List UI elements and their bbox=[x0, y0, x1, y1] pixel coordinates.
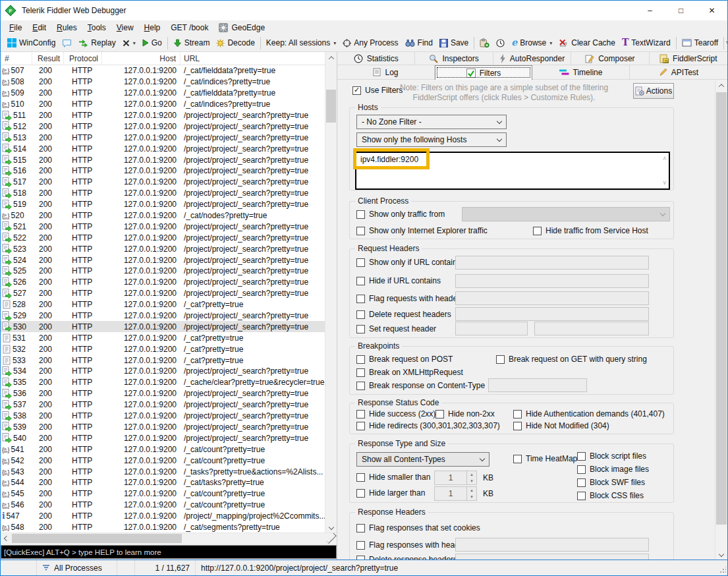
column-header-result[interactable]: Result bbox=[32, 52, 64, 65]
winconfig-button[interactable]: WinConfig bbox=[4, 37, 59, 49]
delete-response-headers-checkbox[interactable] bbox=[356, 556, 365, 560]
scroll-up-arrow[interactable] bbox=[325, 52, 337, 63]
delete-request-headers-checkbox[interactable] bbox=[356, 310, 365, 319]
scroll-right-arrow[interactable] bbox=[325, 533, 337, 544]
session-row-537[interactable]: 537200HTTP127.0.0.1:9200/project/project… bbox=[1, 399, 325, 411]
zone-filter-select[interactable]: - No Zone Filter - bbox=[356, 115, 507, 129]
delete-response-headers-input[interactable] bbox=[455, 554, 649, 560]
session-row-513[interactable]: 513200HTTP127.0.0.1:9200/project/project… bbox=[1, 132, 325, 143]
session-row-541[interactable]: {json}541200HTTP127.0.0.1:9200/_cat/coun… bbox=[1, 444, 325, 455]
screenshot-button[interactable] bbox=[476, 37, 493, 49]
tab-statistics[interactable]: Statistics bbox=[337, 52, 415, 65]
hide-larger-spinner[interactable]: 1 ▲▼ bbox=[434, 486, 477, 501]
save-button[interactable]: Save bbox=[436, 37, 472, 49]
session-row-522[interactable]: 522200HTTP127.0.0.1:9200/project/project… bbox=[1, 232, 325, 243]
session-row-532[interactable]: 532200HTTP127.0.0.1:9200/_cat?pretty=tru… bbox=[1, 343, 325, 355]
scroll-thumb[interactable] bbox=[12, 534, 182, 543]
hide-smaller-spinner[interactable]: 1 ▲▼ bbox=[434, 471, 477, 485]
close-button[interactable]: ✕ bbox=[696, 1, 727, 20]
flag-set-cookies-checkbox[interactable] bbox=[356, 524, 365, 533]
session-row-514[interactable]: 514200HTTP127.0.0.1:9200/project/project… bbox=[1, 143, 325, 154]
hide-service-host-checkbox[interactable] bbox=[533, 227, 542, 235]
time-heatmap-checkbox[interactable] bbox=[513, 455, 522, 463]
session-row-543[interactable]: {json}543200HTTP127.0.0.1:9200/_tasks?pr… bbox=[1, 466, 325, 477]
hide-success-checkbox[interactable] bbox=[356, 410, 365, 418]
any-process-button[interactable]: Any Process bbox=[339, 37, 401, 49]
scroll-down-arrow[interactable] bbox=[715, 548, 727, 560]
session-row-511[interactable]: 511200HTTP127.0.0.1:9200/project/project… bbox=[1, 110, 325, 121]
session-row-531[interactable]: 531200HTTP127.0.0.1:9200/_cat?pretty=tru… bbox=[1, 332, 325, 343]
tearoff-button[interactable]: Tearoff bbox=[679, 37, 721, 49]
session-row-545[interactable]: {json}545200HTTP127.0.0.1:9200/_cat/coun… bbox=[1, 488, 325, 500]
content-types-select[interactable]: Show all Content-Types bbox=[356, 452, 490, 467]
tab-inspectors[interactable]: Inspectors bbox=[415, 52, 493, 65]
tab-filters[interactable]: Filters bbox=[435, 65, 532, 80]
scroll-left-arrow[interactable] bbox=[1, 533, 12, 544]
session-row-547[interactable]: i547200HTTP127.0.0.1:9200/project/_mappi… bbox=[1, 511, 325, 522]
scroll-down-arrow[interactable] bbox=[325, 521, 337, 533]
hide-smaller-checkbox[interactable] bbox=[356, 473, 365, 482]
scroll-thumb[interactable] bbox=[326, 90, 336, 123]
spin-up-icon[interactable]: ▲ bbox=[467, 487, 476, 494]
session-row-525[interactable]: 525200HTTP127.0.0.1:9200/project/project… bbox=[1, 266, 325, 277]
session-row-521[interactable]: 521200HTTP127.0.0.1:9200/project/project… bbox=[1, 221, 325, 232]
menu-view[interactable]: View bbox=[111, 20, 139, 34]
session-row-518[interactable]: 518200HTTP127.0.0.1:9200/project/project… bbox=[1, 188, 325, 199]
go-button[interactable]: Go bbox=[139, 37, 165, 49]
quickexec-input[interactable]: [QuickExec] ALT+Q > type HELP to learn m… bbox=[1, 545, 337, 559]
set-request-header-value-input[interactable] bbox=[534, 322, 649, 335]
menu-rules[interactable]: Rules bbox=[51, 20, 82, 34]
spin-down-icon[interactable]: ▼ bbox=[467, 494, 476, 500]
hide-redirects-checkbox[interactable] bbox=[356, 422, 365, 430]
block-script-checkbox[interactable] bbox=[577, 452, 586, 461]
show-only-url-contains-input[interactable] bbox=[455, 256, 649, 270]
session-row-515[interactable]: 515200HTTP127.0.0.1:9200/project/project… bbox=[1, 154, 325, 165]
scroll-track[interactable] bbox=[325, 63, 337, 521]
minimize-button[interactable]: – bbox=[634, 1, 665, 20]
menu-file[interactable]: File bbox=[4, 20, 27, 34]
remove-sessions-button[interactable]: ▾ bbox=[119, 38, 139, 48]
tab-apitest[interactable]: APITest bbox=[630, 65, 727, 80]
block-swf-checkbox[interactable] bbox=[577, 478, 586, 487]
session-row-523[interactable]: 523200HTTP127.0.0.1:9200/project/project… bbox=[1, 243, 325, 254]
session-row-527[interactable]: 527200HTTP127.0.0.1:9200/project/project… bbox=[1, 288, 325, 299]
session-row-520[interactable]: {json}520200HTTP127.0.0.1:9200/_cat/node… bbox=[1, 210, 325, 221]
scroll-up-arrow[interactable] bbox=[715, 80, 727, 91]
menu-tools[interactable]: Tools bbox=[82, 20, 111, 34]
show-only-traffic-from-checkbox[interactable] bbox=[356, 210, 365, 219]
tab-autoresponder[interactable]: AutoResponder bbox=[493, 52, 571, 65]
session-row-530[interactable]: 530200HTTP127.0.0.1:9200/project/project… bbox=[1, 321, 325, 332]
flag-requests-headers-checkbox[interactable] bbox=[356, 295, 365, 303]
menu-edit[interactable]: Edit bbox=[27, 20, 51, 34]
menu-get-book[interactable]: GET /book bbox=[165, 20, 213, 34]
scroll-track[interactable] bbox=[715, 91, 727, 548]
hide-larger-checkbox[interactable] bbox=[356, 489, 365, 498]
hide-url-contains-input[interactable] bbox=[455, 274, 649, 288]
clear-cache-button[interactable]: Clear Cache bbox=[555, 37, 619, 49]
capture-status-cell[interactable] bbox=[1, 560, 37, 575]
session-row-533[interactable]: 533200HTTP127.0.0.1:9200/_cat?pretty=tru… bbox=[1, 355, 325, 366]
session-row-524[interactable]: 524200HTTP127.0.0.1:9200/project/project… bbox=[1, 254, 325, 266]
break-xhr-checkbox[interactable] bbox=[356, 368, 365, 377]
find-button[interactable]: Find bbox=[402, 37, 436, 49]
session-row-535[interactable]: 535200HTTP127.0.0.1:9200/_cache/clear?pr… bbox=[1, 377, 325, 388]
spin-down-icon[interactable]: ▼ bbox=[467, 478, 476, 484]
session-row-546[interactable]: {json}546200HTTP127.0.0.1:9200/_cat/coun… bbox=[1, 500, 325, 511]
browse-button[interactable]: eBrowse▾ bbox=[508, 37, 555, 49]
session-row-536[interactable]: 536200HTTP127.0.0.1:9200/project/project… bbox=[1, 388, 325, 399]
session-row-517[interactable]: 517200HTTP127.0.0.1:9200/project/project… bbox=[1, 177, 325, 188]
process-select[interactable] bbox=[462, 207, 670, 221]
comment-button[interactable] bbox=[59, 38, 75, 49]
session-row-539[interactable]: 539200HTTP127.0.0.1:9200/project/project… bbox=[1, 422, 325, 433]
resize-grip[interactable] bbox=[719, 567, 726, 573]
break-post-checkbox[interactable] bbox=[356, 355, 365, 364]
set-request-header-checkbox[interactable] bbox=[356, 325, 365, 333]
session-row-529[interactable]: 529200HTTP127.0.0.1:9200/project/project… bbox=[1, 310, 325, 322]
tab-timeline[interactable]: Timeline bbox=[532, 65, 630, 80]
session-row-512[interactable]: 512200HTTP127.0.0.1:9200/project/project… bbox=[1, 121, 325, 132]
block-image-checkbox[interactable] bbox=[577, 465, 586, 474]
flag-requests-headers-input[interactable] bbox=[455, 291, 649, 305]
tab-fiddlerscript[interactable]: JSFiddlerScript bbox=[650, 52, 727, 65]
session-row-542[interactable]: {json}542200HTTP127.0.0.1:9200/_cat/coun… bbox=[1, 455, 325, 466]
break-content-type-input[interactable] bbox=[488, 378, 587, 392]
